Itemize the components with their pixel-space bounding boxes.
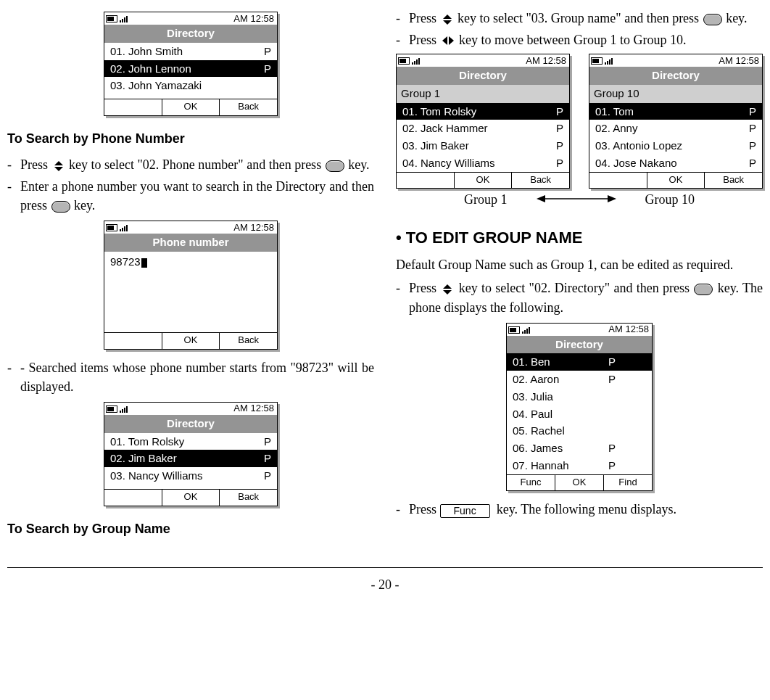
svg-marker-10 bbox=[443, 290, 452, 295]
list-item[interactable]: 04. Nancy WilliamsP bbox=[397, 155, 569, 172]
leftright-key-icon bbox=[442, 32, 455, 51]
phone-screen-directory-list: AM 12:58 Directory 01. BenP 02. AaronP 0… bbox=[506, 323, 653, 492]
status-time: AM 12:58 bbox=[233, 402, 274, 416]
softkey-right[interactable]: Back bbox=[219, 490, 277, 506]
phone-screen-group10: AM 12:58 Directory Group 10 01. TomP 02.… bbox=[589, 54, 763, 189]
list-item[interactable]: 03. Jim BakerP bbox=[397, 137, 569, 155]
battery-icon bbox=[508, 326, 520, 334]
group-sub-header: Group 1 bbox=[397, 85, 569, 103]
softkey-center[interactable]: OK bbox=[454, 173, 512, 189]
list-item[interactable]: 02. Jim BakerP bbox=[104, 450, 277, 467]
softkey-center[interactable]: OK bbox=[162, 99, 220, 115]
svg-marker-5 bbox=[449, 36, 454, 45]
updown-key-icon bbox=[442, 284, 453, 295]
ok-key-icon bbox=[703, 14, 722, 25]
list-item[interactable]: 05. Rachel bbox=[507, 422, 652, 440]
signal-icon bbox=[120, 405, 128, 413]
list-item[interactable]: 01. Tom RolskyP bbox=[104, 433, 277, 450]
softkey-center[interactable]: OK bbox=[555, 475, 603, 491]
softkey-left[interactable] bbox=[104, 99, 162, 115]
list-item[interactable]: 03. Nancy WilliamsP bbox=[104, 467, 277, 485]
svg-marker-8 bbox=[608, 195, 616, 202]
updown-key-icon bbox=[442, 14, 453, 25]
list-item[interactable]: 03. John Yamazaki bbox=[104, 77, 277, 94]
signal-icon bbox=[120, 15, 128, 22]
list-item[interactable]: 03. Antonio LopezP bbox=[589, 137, 762, 155]
list-item[interactable]: 04. Jose NakanoP bbox=[589, 155, 762, 172]
status-icons bbox=[106, 224, 128, 231]
softkey-left[interactable]: Func bbox=[507, 475, 555, 491]
battery-icon bbox=[398, 57, 410, 65]
screen-title: Phone number bbox=[104, 234, 277, 252]
status-time: AM 12:58 bbox=[719, 54, 759, 68]
instruction-line: - - Searched items whose phone number st… bbox=[7, 358, 374, 396]
ok-key-icon bbox=[694, 284, 713, 295]
intro-text: Default Group Name such as Group 1, can … bbox=[396, 255, 763, 274]
softkey-left[interactable] bbox=[104, 490, 162, 506]
softkey-bar: OK Back bbox=[104, 489, 277, 506]
phone-screen-group1: AM 12:58 Directory Group 1 01. Tom Rolsk… bbox=[396, 54, 570, 189]
svg-marker-9 bbox=[443, 284, 452, 289]
status-time: AM 12:58 bbox=[233, 12, 274, 26]
softkey-bar: OK Back bbox=[104, 332, 277, 349]
battery-icon bbox=[591, 57, 603, 65]
group-label-left: Group 1 bbox=[464, 190, 508, 209]
phone-screen-directory-2: AM 12:58 Directory 01. Tom RolskyP 02. J… bbox=[104, 402, 278, 506]
list-item[interactable]: 07. HannahP bbox=[507, 457, 652, 474]
list-item[interactable]: 02. AnnyP bbox=[589, 120, 762, 137]
softkey-right[interactable]: Back bbox=[704, 173, 762, 189]
instruction-line: - Press key to move between Group 1 to G… bbox=[396, 30, 763, 51]
softkey-left[interactable] bbox=[104, 333, 162, 349]
svg-marker-1 bbox=[54, 167, 63, 171]
section-heading-edit-group: • TO EDIT GROUP NAME bbox=[396, 226, 763, 250]
list-item[interactable]: 03. Julia bbox=[507, 388, 652, 405]
softkey-center[interactable]: OK bbox=[162, 333, 220, 349]
group-sub-header: Group 10 bbox=[589, 85, 762, 103]
list-body: 01. John SmithP 02. John LennonP 03. Joh… bbox=[104, 43, 277, 99]
instruction-line: - Press key to select "02. Phone number"… bbox=[7, 155, 374, 174]
instruction-line: - Press Func key. The following menu dis… bbox=[396, 500, 763, 519]
signal-icon bbox=[522, 326, 530, 334]
screen-title: Directory bbox=[104, 415, 277, 433]
list-item[interactable]: 04. Paul bbox=[507, 405, 652, 423]
status-time: AM 12:58 bbox=[233, 221, 274, 235]
svg-marker-4 bbox=[442, 36, 447, 45]
softkey-right[interactable]: Find bbox=[603, 475, 652, 491]
softkey-right[interactable]: Back bbox=[511, 173, 569, 189]
heading-search-phone-number: To Search by Phone Number bbox=[7, 129, 374, 148]
page-number: - 20 - bbox=[7, 567, 763, 594]
ok-key-icon bbox=[51, 201, 70, 213]
list-item[interactable]: 01. BenP bbox=[507, 353, 652, 371]
text-cursor bbox=[141, 258, 147, 268]
softkey-right[interactable]: Back bbox=[219, 333, 277, 349]
status-time: AM 12:58 bbox=[608, 323, 649, 337]
list-item[interactable]: 01. Tom RolskyP bbox=[397, 103, 569, 120]
battery-icon bbox=[106, 15, 117, 22]
right-column: - Press key to select "03. Group name" a… bbox=[396, 6, 763, 545]
svg-marker-7 bbox=[537, 195, 545, 202]
signal-icon bbox=[412, 57, 420, 65]
list-item[interactable]: 02. AaronP bbox=[507, 371, 652, 388]
status-icons bbox=[106, 15, 128, 22]
list-item[interactable]: 06. JamesP bbox=[507, 440, 652, 457]
phone-screen-phone-number: AM 12:58 Phone number 98723 OK Back bbox=[104, 221, 278, 349]
updown-key-icon bbox=[53, 160, 65, 172]
instruction-line: - Press key to select "02. Directory" an… bbox=[396, 279, 763, 316]
list-item[interactable]: 01. TomP bbox=[589, 103, 762, 120]
signal-icon bbox=[605, 57, 613, 65]
list-item[interactable]: 01. John SmithP bbox=[104, 43, 277, 60]
input-field[interactable]: 98723 bbox=[104, 252, 277, 332]
softkey-left[interactable] bbox=[397, 173, 454, 189]
softkey-center[interactable]: OK bbox=[647, 173, 705, 189]
group-label-right: Group 10 bbox=[645, 190, 695, 209]
instruction-line: - Press key to select "03. Group name" a… bbox=[396, 9, 763, 28]
softkey-center[interactable]: OK bbox=[162, 490, 220, 506]
svg-marker-2 bbox=[443, 15, 452, 19]
list-item[interactable]: 02. John LennonP bbox=[104, 60, 277, 78]
battery-icon bbox=[106, 405, 117, 413]
list-item[interactable]: 02. Jack HammerP bbox=[397, 120, 569, 137]
func-softkey-label: Func bbox=[440, 504, 490, 518]
svg-marker-0 bbox=[54, 161, 63, 165]
softkey-right[interactable]: Back bbox=[219, 99, 277, 115]
softkey-left[interactable] bbox=[589, 173, 647, 189]
